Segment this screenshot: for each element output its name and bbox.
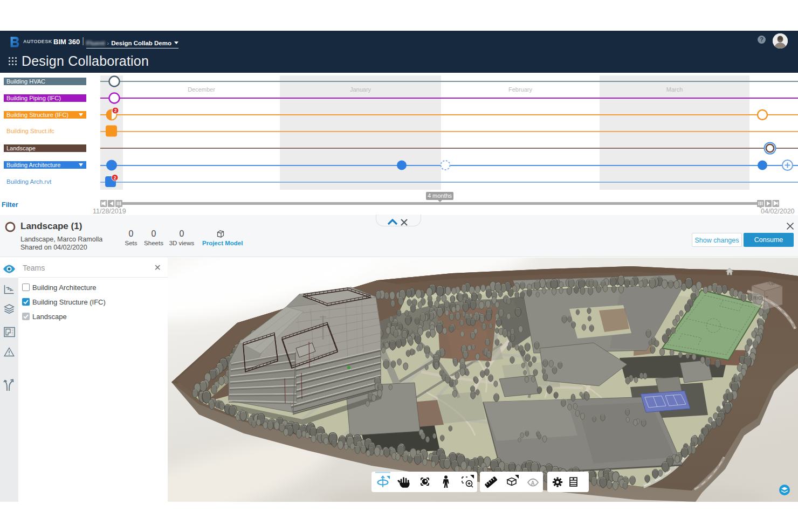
svg-text:A: A xyxy=(531,480,535,486)
svg-text:RIGHT: RIGHT xyxy=(753,295,769,301)
svg-text:2: 2 xyxy=(114,175,116,181)
svg-text:2: 2 xyxy=(114,108,117,113)
